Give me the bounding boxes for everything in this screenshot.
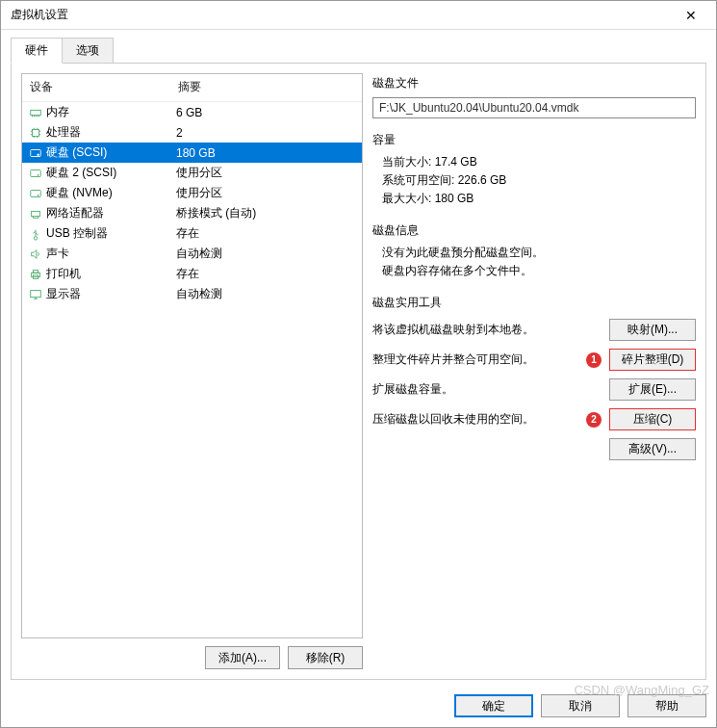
device-row[interactable]: 内存6 GB [22,102,362,122]
titlebar: 虚拟机设置 ✕ [1,1,716,30]
printer-icon [28,267,42,281]
svg-point-9 [34,236,38,240]
disk-icon [28,166,42,180]
device-name: 硬盘 (NVMe) [46,185,113,201]
device-row[interactable]: 声卡自动检测 [22,244,362,264]
device-name: 网络适配器 [46,205,104,221]
window-title: 虚拟机设置 [11,7,68,23]
dialog-footer: 确定 取消 帮助 [1,686,716,727]
device-row[interactable]: 网络适配器桥接模式 (自动) [22,203,362,223]
right-column: 磁盘文件 F:\JK_Ubuntu20.04\Ubuntu20.04.vmdk … [372,73,696,669]
capacity-title: 容量 [372,132,696,148]
compact-button[interactable]: 压缩(C) [609,408,696,430]
usb-icon [28,226,42,241]
svg-rect-6 [30,190,40,196]
tab-options[interactable]: 选项 [62,38,114,63]
close-button[interactable]: ✕ [672,2,710,29]
sound-icon [28,247,42,261]
ok-button[interactable]: 确定 [454,694,533,717]
device-summary: 使用分区 [176,185,356,201]
advanced-button[interactable]: 高级(V)... [609,438,696,460]
max-size: 最大大小: 180 GB [382,191,696,207]
device-name: 声卡 [46,246,69,262]
device-summary: 存在 [176,266,356,282]
device-summary: 使用分区 [176,165,356,181]
device-summary: 存在 [176,225,356,242]
svg-rect-8 [31,211,39,216]
defrag-button[interactable]: 碎片整理(D) [609,349,696,371]
device-row[interactable]: 打印机存在 [22,264,362,284]
free-space: 系统可用空间: 226.6 GB [382,172,696,189]
device-summary: 自动检测 [176,286,356,302]
device-row[interactable]: 处理器2 [22,122,362,143]
tab-hardware-panel: 设备 摘要 内存6 GB处理器2硬盘 (SCSI)180 GB硬盘 2 (SCS… [11,64,706,680]
col-header-summary: 摘要 [178,79,354,95]
device-summary: 180 GB [176,146,356,160]
svg-rect-1 [32,129,38,136]
add-button[interactable]: 添加(A)... [205,646,280,669]
svg-rect-11 [33,270,38,273]
device-list-header: 设备 摘要 [22,74,362,102]
svg-point-3 [37,153,38,155]
disk-info-line2: 硬盘内容存储在多个文件中。 [382,263,696,279]
disk-info-title: 磁盘信息 [372,222,696,239]
close-icon: ✕ [685,8,697,23]
device-name: 处理器 [46,124,81,141]
cancel-button[interactable]: 取消 [541,694,620,717]
device-row[interactable]: 显示器自动检测 [22,284,362,304]
display-icon [28,287,42,301]
device-name: USB 控制器 [46,225,108,242]
remove-button[interactable]: 移除(R) [288,646,363,669]
tab-hardware[interactable]: 硬件 [11,38,63,64]
svg-point-5 [37,173,38,175]
device-summary: 桥接模式 (自动) [176,205,356,221]
disk-file-path[interactable]: F:\JK_Ubuntu20.04\Ubuntu20.04.vmdk [372,97,696,118]
disk-icon [28,186,42,200]
network-icon [28,206,42,221]
map-row: 将该虚拟机磁盘映射到本地卷。 映射(M)... [372,319,696,341]
device-row[interactable]: USB 控制器存在 [22,223,362,244]
map-button[interactable]: 映射(M)... [609,319,696,341]
expand-desc: 扩展磁盘容量。 [372,381,453,398]
marker-1: 1 [586,352,602,368]
device-name: 打印机 [46,266,81,282]
current-size: 当前大小: 17.4 GB [382,154,696,170]
disk-tools-group: 磁盘实用工具 将该虚拟机磁盘映射到本地卷。 映射(M)... 整理文件碎片并整合… [372,295,696,460]
device-summary: 2 [176,126,356,140]
disk-info-group: 磁盘信息 没有为此硬盘预分配磁盘空间。 硬盘内容存储在多个文件中。 [372,222,696,281]
disk-file-group: 磁盘文件 F:\JK_Ubuntu20.04\Ubuntu20.04.vmdk [372,75,696,118]
device-name: 显示器 [46,286,81,302]
marker-2: 2 [586,412,602,428]
device-list-buttons: 添加(A)... 移除(R) [21,646,363,669]
disk-icon [28,145,42,160]
svg-rect-13 [30,290,40,297]
device-name: 硬盘 (SCSI) [46,144,107,161]
memory-icon [28,105,42,119]
tab-bar: 硬件 选项 [11,38,706,64]
device-list[interactable]: 设备 摘要 内存6 GB处理器2硬盘 (SCSI)180 GB硬盘 2 (SCS… [21,73,363,638]
help-button[interactable]: 帮助 [627,694,706,717]
map-desc: 将该虚拟机磁盘映射到本地卷。 [372,322,534,338]
disk-file-title: 磁盘文件 [372,75,696,91]
content: 硬件 选项 设备 摘要 内存6 GB处理器2硬盘 (SCSI)180 GB硬盘 … [1,30,716,686]
advanced-row: 高级(V)... [372,438,696,460]
svg-rect-0 [30,110,40,115]
compact-desc: 压缩磁盘以回收未使用的空间。 [372,411,534,428]
device-name: 内存 [46,104,69,120]
device-row[interactable]: 硬盘 (NVMe)使用分区 [22,183,362,203]
disk-info-line1: 没有为此硬盘预分配磁盘空间。 [382,245,696,261]
disk-tools-title: 磁盘实用工具 [372,295,696,311]
left-column: 设备 摘要 内存6 GB处理器2硬盘 (SCSI)180 GB硬盘 2 (SCS… [21,73,363,669]
svg-point-7 [37,194,38,195]
device-row[interactable]: 硬盘 (SCSI)180 GB [22,143,362,163]
expand-button[interactable]: 扩展(E)... [609,378,696,401]
device-row[interactable]: 硬盘 2 (SCSI)使用分区 [22,163,362,183]
svg-rect-4 [30,169,40,176]
device-summary: 6 GB [176,106,356,119]
device-name: 硬盘 2 (SCSI) [46,165,116,181]
compact-row: 压缩磁盘以回收未使用的空间。 2 压缩(C) [372,408,696,430]
capacity-group: 容量 当前大小: 17.4 GB 系统可用空间: 226.6 GB 最大大小: … [372,132,696,209]
defrag-desc: 整理文件碎片并整合可用空间。 [372,351,534,368]
vm-settings-window: 虚拟机设置 ✕ 硬件 选项 设备 摘要 内存6 GB处理器2硬盘 (SCSI)1… [0,0,717,728]
col-header-device: 设备 [30,79,178,95]
